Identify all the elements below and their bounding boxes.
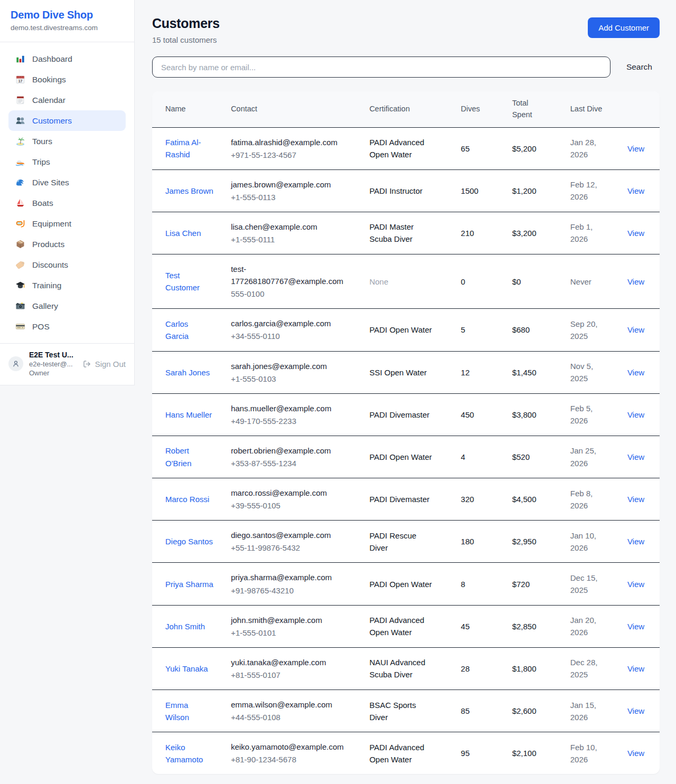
customer-name-link[interactable]: Carlos Garcia xyxy=(165,319,189,341)
customer-dives: 28 xyxy=(437,647,496,689)
customer-email: james.brown@example.com xyxy=(231,178,352,191)
customer-name-link[interactable]: Test Customer xyxy=(165,271,200,292)
sidebar-item-dive-sites[interactable]: Dive Sites xyxy=(8,172,126,193)
customer-dives: 0 xyxy=(437,254,496,309)
table-row: Robert O'Brien robert.obrien@example.com… xyxy=(152,436,660,478)
sidebar-item-label: Gallery xyxy=(32,301,58,311)
customer-phone: +1-555-0101 xyxy=(231,627,352,639)
table-header-row: Name Contact Certification Dives Total S… xyxy=(152,91,660,127)
customer-email: diego.santos@example.com xyxy=(231,529,352,541)
customer-name-link[interactable]: John Smith xyxy=(165,622,205,631)
sidebar-item-label: Training xyxy=(32,281,61,290)
customer-certification: PADI Master Scuba Diver xyxy=(356,212,437,254)
sidebar-item-trips[interactable]: Trips xyxy=(8,152,126,172)
customer-certification: SSI Open Water xyxy=(356,351,437,393)
sidebar-item-tours[interactable]: Tours xyxy=(8,131,126,152)
customer-certification: PADI Advanced Open Water xyxy=(356,605,437,647)
view-link[interactable]: View xyxy=(627,706,644,715)
column-header-total-spent: Total Spent xyxy=(496,91,555,127)
tag-icon xyxy=(15,260,25,270)
customer-name-link[interactable]: Sarah Jones xyxy=(165,368,210,377)
customer-total-spent: $1,200 xyxy=(496,169,555,212)
view-link[interactable]: View xyxy=(627,410,644,419)
customer-phone: +971-55-123-4567 xyxy=(231,149,352,161)
customer-name-link[interactable]: Hans Mueller xyxy=(165,410,212,419)
sidebar-item-dashboard[interactable]: Dashboard xyxy=(8,49,126,69)
customer-name-link[interactable]: Diego Santos xyxy=(165,537,213,546)
sidebar-item-label: Dive Sites xyxy=(32,178,69,187)
view-link[interactable]: View xyxy=(627,229,644,238)
customer-name-link[interactable]: Lisa Chen xyxy=(165,229,201,238)
customer-email: fatima.alrashid@example.com xyxy=(231,136,352,148)
customer-email: lisa.chen@example.com xyxy=(231,221,352,233)
customer-phone: +353-87-555-1234 xyxy=(231,457,352,469)
customer-phone: +81-90-1234-5678 xyxy=(231,753,352,766)
customer-dives: 320 xyxy=(437,478,496,521)
customer-name-link[interactable]: Yuki Tanaka xyxy=(165,664,208,673)
sidebar-item-bookings[interactable]: 17 Bookings xyxy=(8,69,126,90)
user-info: E2E Test U... e2e-tester@... Owner xyxy=(29,351,77,377)
customer-email: robert.obrien@example.com xyxy=(231,445,352,457)
customer-name-link[interactable]: Priya Sharma xyxy=(165,580,213,589)
customer-name-link[interactable]: Robert O'Brien xyxy=(165,446,192,467)
view-link[interactable]: View xyxy=(627,537,644,546)
sidebar-item-discounts[interactable]: Discounts xyxy=(8,254,126,275)
customers-table: Name Contact Certification Dives Total S… xyxy=(152,91,660,774)
customer-last-dive: Dec 28, 2025 xyxy=(555,647,612,689)
sidebar-item-pos[interactable]: POS xyxy=(8,316,126,337)
sidebar-item-gallery[interactable]: Gallery xyxy=(8,296,126,316)
search-row: Search xyxy=(152,56,660,78)
sidebar-item-calendar[interactable]: Calendar xyxy=(8,90,126,110)
add-customer-button[interactable]: Add Customer xyxy=(588,17,660,38)
total-customers-count: 15 total customers xyxy=(152,35,220,44)
view-link[interactable]: View xyxy=(627,664,644,673)
sidebar-item-customers[interactable]: Customers xyxy=(8,110,126,131)
customer-email: carlos.garcia@example.com xyxy=(231,317,352,329)
sidebar-item-equipment[interactable]: Equipment xyxy=(8,213,126,234)
customer-last-dive: Dec 15, 2025 xyxy=(555,563,612,605)
customer-certification: BSAC Sports Diver xyxy=(356,690,437,732)
customer-dives: 95 xyxy=(437,732,496,774)
view-link[interactable]: View xyxy=(627,622,644,631)
sidebar-item-training[interactable]: Training xyxy=(8,275,126,296)
sign-out-button[interactable]: Sign Out xyxy=(82,360,126,369)
view-link[interactable]: View xyxy=(627,452,644,461)
customer-name-link[interactable]: Marco Rossi xyxy=(165,495,209,504)
page-title: Customers xyxy=(152,16,220,31)
view-link[interactable]: View xyxy=(627,495,644,504)
customer-dives: 5 xyxy=(437,309,496,351)
view-link[interactable]: View xyxy=(627,277,644,286)
customer-dives: 4 xyxy=(437,436,496,478)
customer-name-link[interactable]: Fatima Al-Rashid xyxy=(165,138,201,159)
view-link[interactable]: View xyxy=(627,368,644,377)
view-link[interactable]: View xyxy=(627,580,644,589)
sidebar-item-products[interactable]: Products xyxy=(8,234,126,254)
customer-certification: PADI Divemaster xyxy=(356,393,437,436)
customer-name-link[interactable]: Keiko Yamamoto xyxy=(165,743,203,764)
customer-last-dive: Feb 5, 2026 xyxy=(555,393,612,436)
customer-total-spent: $680 xyxy=(496,309,555,351)
page-header: Customers 15 total customers Add Custome… xyxy=(152,16,660,44)
view-link[interactable]: View xyxy=(627,144,644,153)
customer-last-dive: Feb 1, 2026 xyxy=(555,212,612,254)
search-button[interactable]: Search xyxy=(626,62,652,72)
customer-dives: 180 xyxy=(437,521,496,563)
dive-mask-icon xyxy=(15,219,25,229)
customer-name-link[interactable]: Emma Wilson xyxy=(165,701,189,722)
customer-email: marco.rossi@example.com xyxy=(231,487,352,499)
customer-email: john.smith@example.com xyxy=(231,614,352,626)
sailboat-icon xyxy=(15,198,25,208)
search-input[interactable] xyxy=(152,56,611,78)
camera-icon xyxy=(15,301,25,311)
table-row: James Brown james.brown@example.com +1-5… xyxy=(152,169,660,212)
customer-certification: PADI Open Water xyxy=(356,309,437,351)
view-link[interactable]: View xyxy=(627,325,644,334)
customer-email: emma.wilson@example.com xyxy=(231,698,352,711)
sidebar-item-boats[interactable]: Boats xyxy=(8,193,126,213)
customer-name-link[interactable]: James Brown xyxy=(165,186,213,195)
customer-dives: 65 xyxy=(437,127,496,169)
view-link[interactable]: View xyxy=(627,186,644,195)
customer-dives: 12 xyxy=(437,351,496,393)
view-link[interactable]: View xyxy=(627,749,644,758)
customer-total-spent: $2,850 xyxy=(496,605,555,647)
